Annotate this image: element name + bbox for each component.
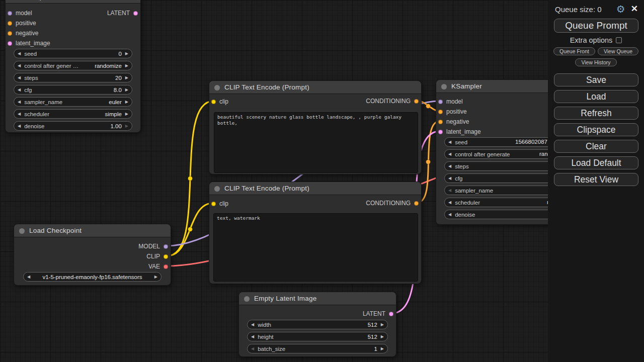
decrement-icon[interactable]: ◀ bbox=[18, 85, 21, 95]
latent-port-icon[interactable] bbox=[133, 11, 138, 16]
decrement-icon[interactable]: ◀ bbox=[251, 320, 254, 329]
widget-sampler-name[interactable]: ◀ sampler_name euler ▶ bbox=[14, 97, 132, 107]
decrement-icon[interactable]: ◀ bbox=[18, 109, 21, 119]
node-graph-canvas[interactable]: KSampler model positive negative latent_… bbox=[0, 0, 644, 362]
node-clip-text-encode-positive[interactable]: CLIP Text Encode (Prompt) clip CONDITION… bbox=[209, 80, 422, 174]
widget-scheduler[interactable]: ◀ scheduler simple ▶ bbox=[14, 109, 132, 119]
clip-port-icon[interactable] bbox=[211, 100, 216, 104]
decrement-icon[interactable]: ◀ bbox=[18, 121, 21, 131]
model-port-icon[interactable] bbox=[8, 11, 12, 16]
input-model[interactable]: model bbox=[8, 8, 32, 18]
widget-height[interactable]: ◀ height 512 ▶ bbox=[247, 332, 388, 341]
decrement-icon[interactable]: ◀ bbox=[448, 186, 451, 195]
conditioning-port-icon[interactable] bbox=[8, 21, 12, 26]
input-negative[interactable]: negative bbox=[8, 28, 38, 38]
decrement-icon[interactable]: ◀ bbox=[18, 73, 21, 82]
increment-icon[interactable]: ▶ bbox=[125, 61, 128, 70]
increment-icon[interactable]: ▶ bbox=[125, 97, 128, 107]
input-latent-image[interactable]: latent_image bbox=[8, 38, 50, 48]
conditioning-port-icon[interactable] bbox=[438, 110, 443, 114]
node-clip-text-encode-negative[interactable]: CLIP Text Encode (Prompt) clip CONDITION… bbox=[209, 182, 422, 284]
model-port-icon[interactable] bbox=[438, 100, 443, 104]
vae-port-icon[interactable] bbox=[164, 264, 168, 269]
refresh-button[interactable]: Refresh bbox=[554, 107, 638, 120]
clip-port-icon[interactable] bbox=[164, 254, 168, 259]
input-positive[interactable]: positive bbox=[8, 18, 36, 28]
latent-port-icon[interactable] bbox=[438, 130, 443, 134]
view-queue-button[interactable]: View Queue bbox=[598, 47, 638, 55]
decrement-icon[interactable]: ◀ bbox=[448, 149, 451, 159]
conditioning-port-icon[interactable] bbox=[438, 120, 443, 124]
increment-icon[interactable]: ▶ bbox=[381, 320, 384, 329]
prompt-textarea[interactable]: beautiful scenery nature glass bottle la… bbox=[214, 112, 418, 173]
increment-icon[interactable]: ▶ bbox=[125, 73, 128, 82]
node-title-bar[interactable]: Empty Latent Image bbox=[238, 292, 396, 305]
input-negative[interactable]: negative bbox=[438, 117, 469, 127]
conditioning-port-icon[interactable] bbox=[414, 201, 419, 206]
increment-icon[interactable]: ▶ bbox=[125, 85, 128, 95]
collapse-dot-icon[interactable] bbox=[214, 186, 220, 192]
node-title-bar[interactable]: CLIP Text Encode (Prompt) bbox=[209, 80, 422, 94]
load-button[interactable]: Load bbox=[554, 90, 638, 103]
input-positive[interactable]: positive bbox=[438, 107, 467, 117]
increment-icon[interactable]: ▶ bbox=[125, 121, 128, 131]
next-option-icon[interactable]: ▶ bbox=[154, 272, 157, 282]
increment-icon[interactable]: ▶ bbox=[125, 49, 128, 58]
output-clip[interactable]: CLIP bbox=[146, 251, 168, 261]
decrement-icon[interactable]: ◀ bbox=[448, 137, 451, 147]
output-vae[interactable]: VAE bbox=[148, 261, 168, 272]
widget-cfg[interactable]: ◀ cfg 8.0 ▶ bbox=[14, 85, 132, 95]
node-title-bar[interactable]: Load Checkpoint bbox=[14, 224, 171, 237]
decrement-icon[interactable]: ◀ bbox=[18, 61, 21, 70]
clear-button[interactable]: Clear bbox=[554, 140, 638, 153]
conditioning-port-icon[interactable] bbox=[8, 31, 12, 36]
widget-control-after-generate[interactable]: ◀ control after gener … randomize ▶ bbox=[14, 61, 132, 70]
widget-seed[interactable]: ◀ seed 0 ▶ bbox=[14, 49, 132, 58]
collapse-dot-icon[interactable] bbox=[214, 85, 220, 90]
save-button[interactable]: Save bbox=[554, 73, 638, 86]
collapse-dot-icon[interactable] bbox=[19, 228, 25, 234]
output-latent[interactable]: LATENT bbox=[107, 8, 138, 18]
node-empty-latent-image[interactable]: Empty Latent Image LATENT ◀ width 512 ▶ … bbox=[238, 292, 396, 357]
output-latent[interactable]: LATENT bbox=[363, 309, 393, 319]
output-conditioning[interactable]: CONDITIONING bbox=[366, 96, 419, 106]
decrement-icon[interactable]: ◀ bbox=[448, 173, 451, 183]
decrement-icon[interactable]: ◀ bbox=[448, 198, 451, 207]
decrement-icon[interactable]: ◀ bbox=[448, 161, 451, 171]
conditioning-port-icon[interactable] bbox=[414, 99, 419, 104]
widget-width[interactable]: ◀ width 512 ▶ bbox=[247, 320, 388, 329]
close-icon[interactable]: ✕ bbox=[631, 5, 638, 14]
input-latent-image[interactable]: latent_image bbox=[438, 127, 481, 137]
input-model[interactable]: model bbox=[438, 97, 463, 107]
widget-denoise[interactable]: ◀ denoise 1.00 ▶ bbox=[14, 121, 132, 131]
decrement-icon[interactable]: ◀ bbox=[18, 49, 21, 58]
queue-front-button[interactable]: Queue Front bbox=[553, 47, 595, 55]
extra-options-checkbox[interactable] bbox=[616, 37, 622, 43]
decrement-icon[interactable]: ◀ bbox=[251, 344, 254, 353]
decrement-icon[interactable]: ◀ bbox=[251, 332, 254, 341]
node-title-bar[interactable]: CLIP Text Encode (Prompt) bbox=[209, 182, 422, 195]
output-conditioning[interactable]: CONDITIONING bbox=[366, 198, 419, 208]
collapse-dot-icon[interactable] bbox=[441, 84, 447, 89]
widget-batch-size[interactable]: ◀ batch_size 1 ▶ bbox=[247, 344, 388, 353]
model-port-icon[interactable] bbox=[164, 244, 168, 249]
clipspace-button[interactable]: Clipspace bbox=[554, 123, 638, 136]
load-default-button[interactable]: Load Default bbox=[554, 156, 638, 169]
prompt-textarea[interactable]: text, watermark bbox=[213, 213, 418, 282]
increment-icon[interactable]: ▶ bbox=[381, 344, 384, 353]
collapse-dot-icon[interactable] bbox=[244, 296, 250, 302]
widget-steps[interactable]: ◀ steps 20 ▶ bbox=[14, 73, 132, 82]
clip-port-icon[interactable] bbox=[211, 202, 216, 206]
latent-port-icon[interactable] bbox=[8, 41, 12, 46]
latent-port-icon[interactable] bbox=[389, 312, 393, 316]
output-model[interactable]: MODEL bbox=[138, 241, 168, 251]
widget-ckpt-name[interactable]: ◀ v1-5-pruned-emaonly-fp16.safetensors ▶ bbox=[23, 272, 162, 282]
decrement-icon[interactable]: ◀ bbox=[18, 97, 21, 107]
node-title-bar[interactable]: KSampler bbox=[5, 0, 141, 4]
increment-icon[interactable]: ▶ bbox=[381, 332, 384, 341]
settings-gear-icon[interactable]: ⚙ bbox=[616, 4, 625, 14]
node-load-checkpoint[interactable]: Load Checkpoint MODEL CLIP VAE ◀ v1-5-pr… bbox=[14, 224, 171, 286]
decrement-icon[interactable]: ◀ bbox=[448, 210, 451, 219]
view-history-button[interactable]: View History bbox=[575, 58, 616, 66]
input-clip[interactable]: clip bbox=[211, 97, 228, 107]
